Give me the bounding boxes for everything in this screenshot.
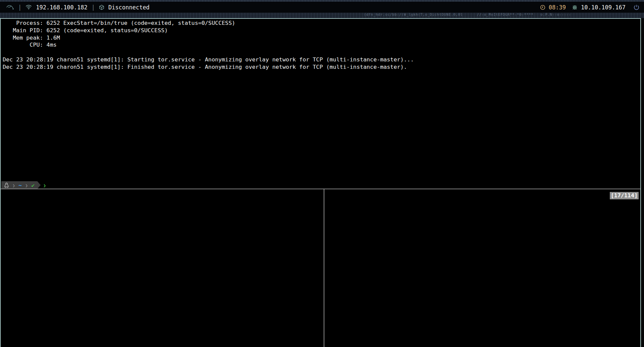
wifi-icon[interactable] [25, 5, 32, 10]
bug-icon[interactable] [572, 4, 578, 10]
terminal-line: Mem peak: 1.6M [3, 34, 640, 42]
terminal-line [3, 71, 640, 78]
prompt-status-check-icon: ✔ [31, 182, 35, 189]
clock-time[interactable]: 08:39 [549, 4, 566, 11]
wallpaper-texture-text: (dfn_hdr.sc/bb:/(W_lgkh(T,o_DichtDUNE.0,… [364, 13, 571, 16]
text-segment: CPU: 4ms [3, 41, 57, 48]
pane-counter-badge: [17/114] [610, 192, 639, 199]
text-segment: Process: 6252 ExecStart=/bin/true (code=… [3, 19, 235, 26]
terminal-line: Process: 6252 ExecStart=/bin/true (code=… [3, 19, 640, 27]
bar-left-modules: | 192.168.100.182 | Disconnected [6, 4, 150, 11]
prompt-path: ~ [18, 182, 22, 189]
tux-icon [4, 182, 9, 188]
terminal-line: Dec 23 20:28:19 charon51 systemd[1]: Sta… [3, 56, 640, 63]
prompt-arrow-icon: › [43, 180, 47, 190]
kali-logo-icon[interactable] [6, 4, 14, 10]
text-segment: Dec 23 20:28:19 charon51 systemd[1]: Sta… [3, 56, 414, 63]
terminal-line: Main PID: 6252 (code=exited, status=0/SU… [3, 27, 640, 34]
top-status-bar: | 192.168.100.182 | Disconnected [0, 2, 644, 13]
terminal-line [3, 49, 640, 56]
clock-icon[interactable] [540, 5, 545, 10]
shell-prompt-bar: › ~ › ✔ › [1, 181, 46, 189]
target-ip[interactable]: 10.10.109.167 [581, 4, 626, 11]
terminal-pane-bottom-right[interactable]: [17/114] [324, 189, 640, 347]
terminal-pane-bottom-left[interactable] [1, 189, 326, 347]
wifi-ip[interactable]: 192.168.100.182 [36, 4, 88, 11]
bar-separator: | [92, 4, 95, 11]
power-icon[interactable] [634, 4, 639, 10]
text-segment: Mem peak: 1.6M [3, 34, 60, 41]
vpn-status[interactable]: Disconnected [108, 4, 150, 11]
terminal-pane-top[interactable]: Process: 6252 ExecStart=/bin/true (code=… [1, 19, 640, 189]
text-segment: Main PID: 6252 (code=exited, status=0/SU… [3, 27, 168, 34]
prompt-separator: › [25, 180, 29, 190]
kali-prompt-header: [17/114] [326, 192, 640, 199]
vpn-cube-icon[interactable] [99, 5, 104, 10]
terminal-window: Process: 6252 ExecStart=/bin/true (code=… [0, 18, 641, 347]
terminal-line: Dec 23 20:28:19 charon51 systemd[1]: Fin… [3, 63, 640, 71]
text-segment: Dec 23 20:28:19 charon51 systemd[1]: Fin… [3, 63, 407, 70]
prompt-separator: › [12, 180, 15, 190]
bar-right-modules: 08:39 10.10.109.167 [540, 4, 639, 11]
terminal-line: CPU: 4ms [3, 41, 640, 49]
desktop-screen: (dfn_hdr.sc/bb:/(W_lgkh(T,o_DichtDUNE.0,… [0, 0, 644, 347]
bar-separator: | [18, 4, 21, 11]
